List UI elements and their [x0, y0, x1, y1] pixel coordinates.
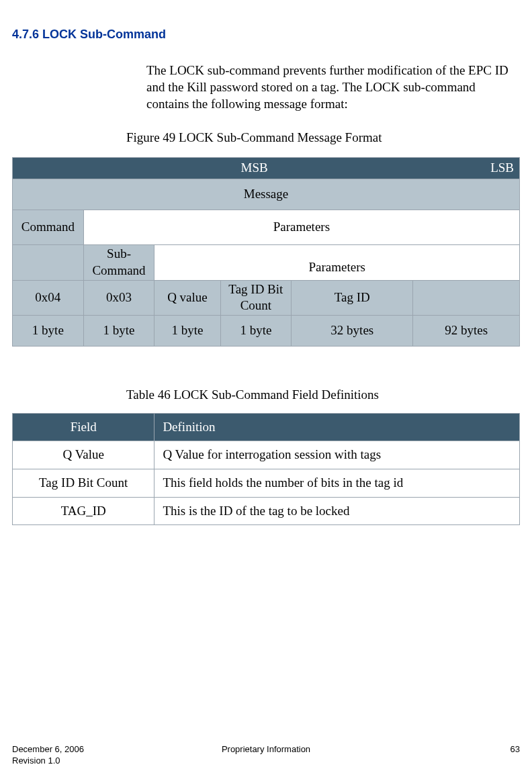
table-row-def: This is the ID of the tag to be locked — [154, 497, 520, 525]
def-header-definition: Definition — [154, 413, 520, 441]
def-header-field: Field — [13, 413, 154, 441]
tagid-size: 32 bytes — [292, 315, 413, 346]
table-caption: Table 46 LOCK Sub-Command Field Definiti… — [126, 387, 520, 404]
pad-size: 92 bytes — [413, 315, 520, 346]
figure-caption: Figure 49 LOCK Sub-Command Message Forma… — [126, 130, 520, 146]
table-row-field: Tag ID Bit Count — [13, 469, 154, 497]
table-row-field: Q Value — [13, 441, 154, 469]
msb-lsb-header: MSB LSB — [13, 158, 520, 179]
parameters-cell: Parameters — [83, 210, 519, 245]
section-paragraph: The LOCK sub-command prevents further mo… — [146, 62, 513, 112]
lsb-label: LSB — [490, 160, 514, 177]
subcommand-cell: Sub-Command — [83, 245, 154, 280]
field-definitions-table: Field Definition Q Value Q Value for int… — [12, 413, 520, 526]
pad-cell — [413, 280, 520, 315]
message-format-table: MSB LSB Message Command Parameters Sub-C… — [12, 157, 520, 347]
cmd-value: 0x04 — [13, 280, 84, 315]
cmd-size: 1 byte — [13, 315, 84, 346]
bitcount-label: Tag ID Bit Count — [220, 280, 292, 315]
section-heading: 4.7.6 LOCK Sub-Command — [12, 27, 520, 42]
message-row: Message — [13, 179, 520, 210]
qvalue-label: Q value — [154, 280, 220, 315]
msb-label: MSB — [241, 161, 268, 175]
qvalue-size: 1 byte — [154, 315, 220, 346]
tagid-label: Tag ID — [292, 280, 413, 315]
table-row-def: This field holds the number of bits in t… — [154, 469, 520, 497]
subcmd-size: 1 byte — [83, 315, 154, 346]
bitcount-size: 1 byte — [220, 315, 292, 346]
table-row-field: TAG_ID — [13, 497, 154, 525]
command-cell: Command — [13, 210, 84, 245]
parameters2-cell: Parameters — [154, 245, 520, 280]
subcmd-value: 0x03 — [83, 280, 154, 315]
blank-cell — [13, 245, 84, 280]
table-row-def: Q Value for interrogation session with t… — [154, 441, 520, 469]
